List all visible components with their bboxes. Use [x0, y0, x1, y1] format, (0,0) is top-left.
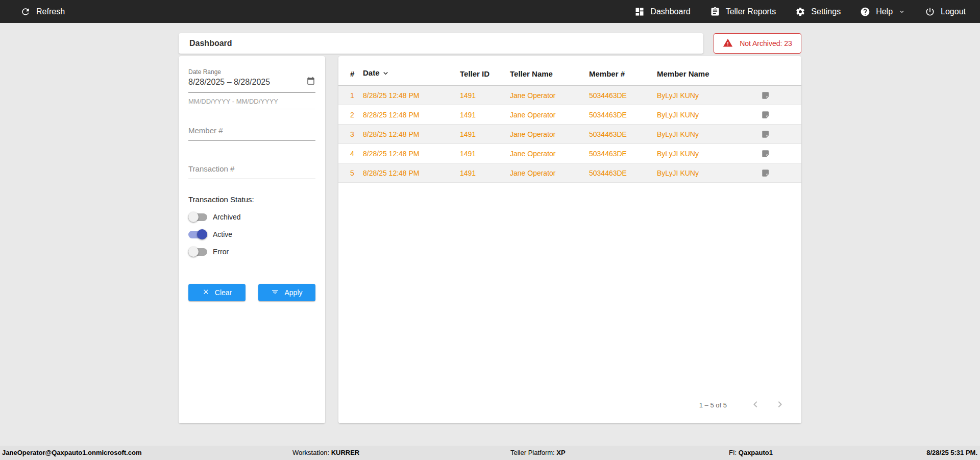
column-header-date[interactable]: Date [363, 64, 460, 86]
column-header-member-num[interactable]: Member # [589, 64, 657, 86]
table-row[interactable]: 38/28/25 12:48 PM1491Jane Operator503446… [338, 125, 801, 144]
cell-member-num: 5034463DE [589, 86, 657, 105]
transaction-number-input[interactable] [188, 161, 315, 179]
cell-teller-id: 1491 [460, 125, 510, 144]
note-icon[interactable] [761, 163, 801, 183]
chevron-down-icon [898, 8, 905, 15]
archived-switch[interactable] [188, 213, 207, 221]
content-area: Dashboard Not Archived: 23 Date Range MM… [179, 33, 801, 423]
not-archived-label: Not Archived: 23 [740, 39, 792, 47]
status-bar: JaneOperator@Qaxpauto1.onmicrosoft.com W… [0, 446, 980, 460]
active-toggle-label: Active [213, 230, 232, 238]
cell-member-num: 5034463DE [589, 125, 657, 144]
column-header-num[interactable]: # [338, 64, 363, 86]
error-switch[interactable] [188, 248, 207, 256]
nav-teller-reports[interactable]: Teller Reports [710, 7, 776, 17]
filter-panel: Date Range MM/DD/YYYY - MM/DD/YYYY Trans… [179, 56, 325, 423]
topbar-nav: Dashboard Teller Reports Settings Help [634, 7, 966, 17]
column-header-teller-id[interactable]: Teller ID [460, 64, 510, 86]
clear-button[interactable]: Clear [188, 284, 246, 301]
apply-button[interactable]: Apply [258, 284, 315, 301]
cell-teller-id: 1491 [460, 163, 510, 183]
cell-date: 8/28/25 12:48 PM [363, 163, 460, 183]
nav-logout-label: Logout [941, 7, 966, 16]
page-title-card: Dashboard [179, 33, 703, 54]
cell-teller-id: 1491 [460, 86, 510, 105]
clear-button-label: Clear [215, 288, 232, 297]
close-icon [202, 288, 210, 297]
note-icon[interactable] [761, 144, 801, 163]
toggle-active[interactable]: Active [188, 226, 315, 243]
date-format-hint: MM/DD/YYYY - MM/DD/YYYY [188, 93, 315, 109]
nav-dashboard-label: Dashboard [650, 7, 690, 16]
cell-member-name: ByLyJI KUNy [657, 86, 761, 105]
date-range-field [188, 76, 315, 93]
cell-teller-name: Jane Operator [510, 125, 589, 144]
calendar-icon[interactable] [306, 77, 315, 88]
title-row: Dashboard Not Archived: 23 [179, 33, 801, 54]
next-page-button[interactable] [774, 398, 786, 412]
table-row[interactable]: 58/28/25 12:48 PM1491Jane Operator503446… [338, 163, 801, 183]
column-header-member-name[interactable]: Member Name [657, 64, 761, 86]
note-icon[interactable] [761, 125, 801, 144]
workstation-info: Workstation: KURRER [292, 446, 359, 460]
pagination-range: 1 – 5 of 5 [699, 401, 727, 409]
table-row[interactable]: 28/28/25 12:48 PM1491Jane Operator503446… [338, 105, 801, 125]
cell-teller-name: Jane Operator [510, 144, 589, 163]
apply-button-label: Apply [284, 288, 302, 297]
member-number-input[interactable] [188, 123, 315, 141]
sort-arrow-icon [381, 70, 390, 79]
cell-date: 8/28/25 12:48 PM [363, 86, 460, 105]
date-range-input[interactable] [188, 78, 306, 87]
table-header-row: # Date Teller ID Teller Name Member # Me… [338, 64, 801, 86]
nav-settings-label: Settings [811, 7, 841, 16]
top-bar: Refresh Dashboard Teller Reports Setting… [0, 0, 980, 23]
table-row[interactable]: 48/28/25 12:48 PM1491Jane Operator503446… [338, 144, 801, 163]
refresh-icon [20, 7, 31, 17]
cell-member-num: 5034463DE [589, 144, 657, 163]
cell-member-name: ByLyJI KUNy [657, 163, 761, 183]
cell-num: 5 [338, 163, 363, 183]
cell-member-name: ByLyJI KUNy [657, 144, 761, 163]
power-icon [925, 7, 935, 17]
transaction-status-label: Transaction Status: [188, 195, 315, 204]
column-header-teller-name[interactable]: Teller Name [510, 64, 589, 86]
help-icon [860, 7, 870, 17]
nav-dashboard[interactable]: Dashboard [634, 7, 690, 17]
nav-help[interactable]: Help [860, 7, 905, 17]
main-row: Date Range MM/DD/YYYY - MM/DD/YYYY Trans… [179, 56, 801, 423]
not-archived-badge[interactable]: Not Archived: 23 [714, 33, 801, 54]
filter-buttons: Clear Apply [188, 284, 315, 301]
teller-platform-info: Teller Platform: XP [510, 446, 566, 460]
column-header-actions [761, 64, 801, 86]
logged-in-user: JaneOperator@Qaxpauto1.onmicrosoft.com [2, 446, 141, 460]
previous-page-button[interactable] [749, 398, 762, 412]
cell-teller-id: 1491 [460, 105, 510, 125]
cell-num: 1 [338, 86, 363, 105]
cell-teller-name: Jane Operator [510, 105, 589, 125]
cell-date: 8/28/25 12:48 PM [363, 125, 460, 144]
filter-icon [271, 288, 279, 298]
table-body: 18/28/25 12:48 PM1491Jane Operator503446… [338, 86, 801, 183]
toggle-archived[interactable]: Archived [188, 208, 315, 226]
cell-date: 8/28/25 12:48 PM [363, 105, 460, 125]
note-icon[interactable] [761, 105, 801, 125]
error-toggle-label: Error [213, 248, 229, 256]
nav-logout[interactable]: Logout [925, 7, 966, 17]
pagination: 1 – 5 of 5 [338, 398, 801, 423]
table-row[interactable]: 18/28/25 12:48 PM1491Jane Operator503446… [338, 86, 801, 105]
toggle-error[interactable]: Error [188, 243, 315, 260]
cell-date: 8/28/25 12:48 PM [363, 144, 460, 163]
active-switch[interactable] [188, 231, 207, 238]
archived-toggle-label: Archived [213, 213, 240, 221]
refresh-button[interactable]: Refresh [20, 7, 65, 17]
status-toggle-list: Archived Active Error [188, 208, 315, 260]
settings-gear-icon [795, 7, 805, 17]
transactions-table: # Date Teller ID Teller Name Member # Me… [338, 64, 801, 183]
cell-num: 3 [338, 125, 363, 144]
note-icon[interactable] [761, 86, 801, 105]
fi-info: FI: Qaxpauto1 [729, 446, 773, 460]
cell-member-num: 5034463DE [589, 163, 657, 183]
cell-member-num: 5034463DE [589, 105, 657, 125]
nav-settings[interactable]: Settings [795, 7, 841, 17]
